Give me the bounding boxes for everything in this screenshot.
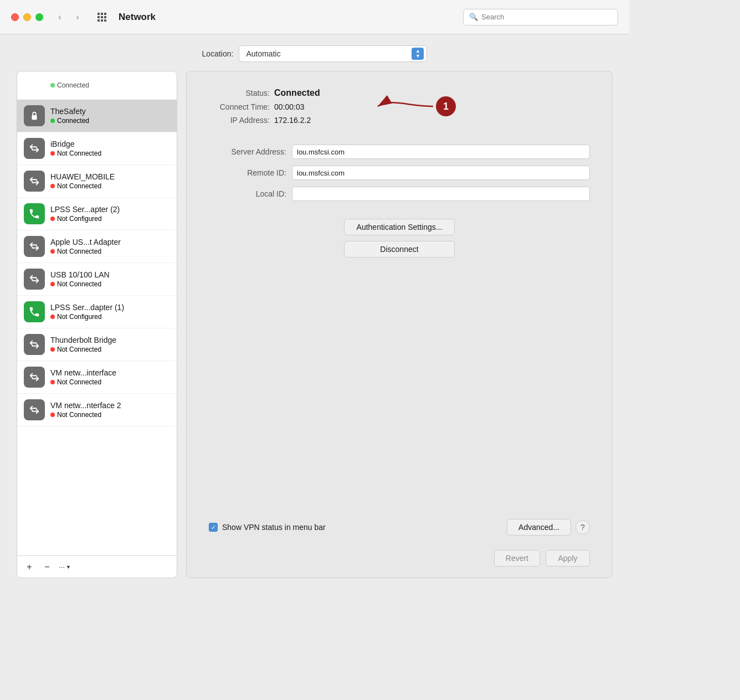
minimize-button[interactable]: [23, 13, 31, 21]
sidebar-item-lpss2-status: Not Configured: [50, 215, 120, 223]
close-button[interactable]: [11, 13, 19, 21]
arrows-icon-5: [28, 338, 40, 351]
sidebar-item-vm1-status: Not Connected: [50, 378, 116, 386]
sidebar: Connected TheSafety: [17, 71, 177, 578]
apple-usb-status-dot: [50, 249, 55, 254]
sidebar-item-thesafety-text: TheSafety Connected: [50, 107, 89, 125]
vm2-status-dot: [50, 413, 55, 417]
search-icon: 🔍: [469, 13, 478, 21]
vm1-icon: [24, 367, 45, 388]
sidebar-item-huawei[interactable]: HUAWEI_MOBILE Not Connected: [17, 165, 177, 198]
apple-usb-status-label: Not Connected: [57, 248, 101, 255]
sidebar-item-usb-lan-name: USB 10/100 LAN: [50, 270, 110, 279]
sidebar-item-apple-usb-text: Apple US...t Adapter Not Connected: [50, 238, 121, 255]
sidebar-footer: + − ··· ▼: [17, 555, 177, 578]
arrows-icon-7: [28, 404, 40, 416]
sidebar-item-huawei-name: HUAWEI_MOBILE: [50, 172, 115, 181]
sidebar-item-vm2[interactable]: VM netw...nterface 2 Not Connected: [17, 394, 177, 426]
sidebar-item-partial[interactable]: Connected: [17, 71, 177, 100]
arrows-icon-3: [28, 240, 40, 253]
usb-lan-icon: [24, 269, 45, 290]
status-value: Connected: [274, 88, 320, 98]
thesafety-status-dot: [50, 119, 55, 123]
titlebar: ‹ › Network 🔍: [0, 0, 629, 34]
show-vpn-text: Show VPN status in menu bar: [222, 523, 326, 532]
disconnect-button[interactable]: Disconnect: [344, 241, 455, 258]
sidebar-item-huawei-status: Not Connected: [50, 182, 115, 190]
maximize-button[interactable]: [35, 13, 43, 21]
server-address-input[interactable]: [292, 145, 590, 159]
sidebar-item-ibridge-name: iBridge: [50, 140, 101, 148]
sidebar-item-thunderbolt-text: Thunderbolt Bridge Not Connected: [50, 336, 116, 353]
sidebar-item-usb-lan[interactable]: USB 10/100 LAN Not Connected: [17, 263, 177, 296]
thunderbolt-icon: [24, 334, 45, 355]
lpss1-status-dot: [50, 315, 55, 319]
remove-network-button[interactable]: −: [39, 560, 55, 574]
more-options-button[interactable]: ··· ▼: [57, 560, 73, 574]
advanced-button[interactable]: Advanced...: [507, 519, 571, 536]
help-button[interactable]: ?: [575, 520, 590, 534]
search-input[interactable]: [481, 13, 612, 21]
usb-lan-status-label: Not Connected: [57, 280, 101, 288]
sidebar-item-apple-usb[interactable]: Apple US...t Adapter Not Connected: [17, 230, 177, 263]
thesafety-icon: [24, 105, 45, 126]
sidebar-item-lpss1-text: LPSS Ser...dapter (1) Not Configured: [50, 303, 124, 321]
revert-button[interactable]: Revert: [494, 550, 540, 567]
sidebar-item-thunderbolt[interactable]: Thunderbolt Bridge Not Connected: [17, 328, 177, 361]
sidebar-list: Connected TheSafety: [17, 71, 177, 555]
status-key: Status:: [209, 89, 270, 97]
ip-value: 172.16.2.2: [274, 116, 311, 125]
local-id-row: Local ID:: [209, 187, 590, 201]
add-network-button[interactable]: +: [22, 560, 37, 574]
sidebar-item-text: Connected: [50, 81, 89, 89]
sidebar-item-ibridge[interactable]: iBridge Not Connected: [17, 132, 177, 165]
arrows-icon-4: [28, 273, 40, 285]
show-vpn-label[interactable]: ✓ Show VPN status in menu bar: [209, 523, 501, 532]
sidebar-item-lpss1[interactable]: LPSS Ser...dapter (1) Not Configured: [17, 296, 177, 328]
bottom-section: ✓ Show VPN status in menu bar Advanced..…: [209, 513, 590, 536]
apply-button[interactable]: Apply: [546, 550, 590, 567]
location-select[interactable]: Automatic: [239, 45, 427, 62]
local-id-input[interactable]: [292, 187, 590, 201]
split-area: Connected TheSafety: [17, 71, 613, 578]
show-vpn-checkbox[interactable]: ✓: [209, 523, 218, 532]
forward-button[interactable]: ›: [70, 9, 85, 25]
sidebar-item-huawei-text: HUAWEI_MOBILE Not Connected: [50, 172, 115, 190]
phone-icon: [28, 208, 40, 220]
footer-bar: Revert Apply: [209, 544, 590, 567]
sidebar-item-usb-lan-text: USB 10/100 LAN Not Connected: [50, 270, 110, 288]
status-row: Status: Connected: [209, 88, 590, 98]
sidebar-item-status: Connected: [50, 81, 89, 89]
lpss1-icon: [24, 301, 45, 322]
remote-id-input[interactable]: [292, 166, 590, 180]
ibridge-icon: [24, 138, 45, 159]
ip-row: IP Address: 172.16.2.2: [209, 116, 590, 125]
lpss1-status-label: Not Configured: [57, 313, 102, 321]
back-button[interactable]: ‹: [52, 9, 68, 25]
window-title: Network: [119, 12, 454, 23]
sidebar-item-lpss1-status: Not Configured: [50, 313, 124, 321]
form-section: Server Address: Remote ID: Local ID:: [209, 145, 590, 201]
sidebar-item-thesafety-name: TheSafety: [50, 107, 89, 116]
chevron-down-icon: ▼: [66, 564, 71, 570]
right-panel: Status: Connected Connect Time: 00:00:03…: [186, 71, 613, 578]
sidebar-item-thesafety[interactable]: TheSafety Connected: [17, 100, 177, 132]
apps-grid-icon[interactable]: [97, 13, 106, 22]
auth-settings-button[interactable]: Authentication Settings...: [344, 219, 455, 235]
sidebar-item-thesafety-status: Connected: [50, 117, 89, 125]
search-bar[interactable]: 🔍: [463, 9, 618, 25]
sidebar-item-vm2-status: Not Connected: [50, 411, 121, 419]
sidebar-item-ibridge-text: iBridge Not Connected: [50, 140, 101, 157]
apple-usb-icon: [24, 236, 45, 257]
ellipsis-icon: ···: [59, 563, 65, 571]
buttons-section: Authentication Settings... Disconnect: [209, 219, 590, 258]
vm1-status-label: Not Connected: [57, 378, 101, 386]
lock-icon: [28, 110, 40, 122]
svg-rect-0: [32, 115, 37, 120]
connect-time-key: Connect Time:: [209, 102, 270, 111]
sidebar-item-lpss2[interactable]: LPSS Ser...apter (2) Not Configured: [17, 198, 177, 230]
location-select-wrap: Automatic ▲ ▼: [239, 45, 427, 62]
usb-lan-status-dot: [50, 282, 55, 286]
vm2-icon: [24, 399, 45, 420]
sidebar-item-vm1[interactable]: VM netw...interface Not Connected: [17, 361, 177, 394]
